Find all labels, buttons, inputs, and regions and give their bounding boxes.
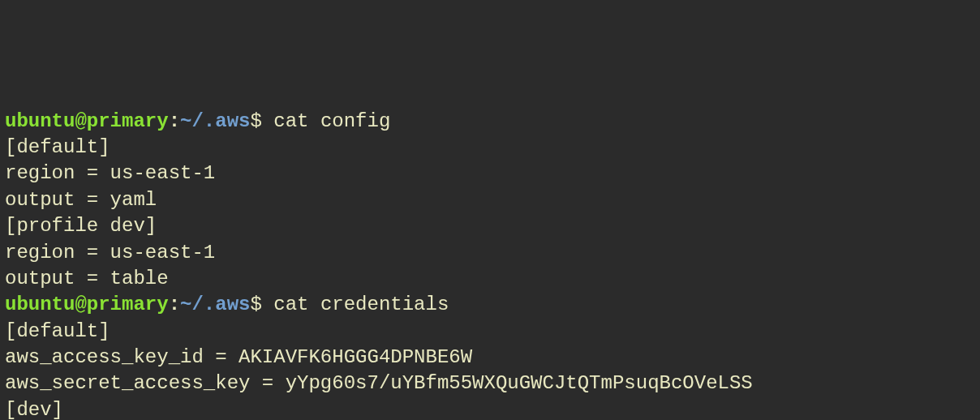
command-text: cat config bbox=[273, 110, 390, 132]
command-text: cat credentials bbox=[273, 294, 449, 315]
prompt-user: ubuntu@primary bbox=[5, 110, 169, 132]
prompt-colon: : bbox=[169, 294, 180, 315]
output-line: [default] bbox=[5, 135, 975, 161]
prompt-path: ~/.aws bbox=[180, 110, 250, 132]
prompt-line-2: ubuntu@primary:~/.aws$ cat credentials bbox=[5, 292, 975, 318]
output-line: aws_secret_access_key = yYpg60s7/uYBfm55… bbox=[5, 371, 975, 396]
prompt-path: ~/.aws bbox=[180, 294, 250, 315]
output-line: region = us-east-1 bbox=[5, 161, 975, 186]
output-line: [profile dev] bbox=[5, 213, 975, 239]
prompt-dollar: $ bbox=[250, 110, 273, 132]
output-line: output = table bbox=[5, 266, 975, 292]
output-line: [dev] bbox=[5, 397, 975, 420]
prompt-colon: : bbox=[169, 110, 180, 132]
output-line: region = us-east-1 bbox=[5, 240, 975, 266]
prompt-user: ubuntu@primary bbox=[5, 294, 169, 315]
prompt-line-1: ubuntu@primary:~/.aws$ cat config bbox=[5, 109, 975, 135]
output-line: aws_access_key_id = AKIAVFK6HGGG4DPNBE6W bbox=[5, 345, 975, 371]
prompt-dollar: $ bbox=[250, 294, 273, 315]
output-line: output = yaml bbox=[5, 187, 975, 213]
output-line: [default] bbox=[5, 319, 975, 345]
terminal-output[interactable]: ubuntu@primary:~/.aws$ cat config[defaul… bbox=[5, 109, 975, 420]
